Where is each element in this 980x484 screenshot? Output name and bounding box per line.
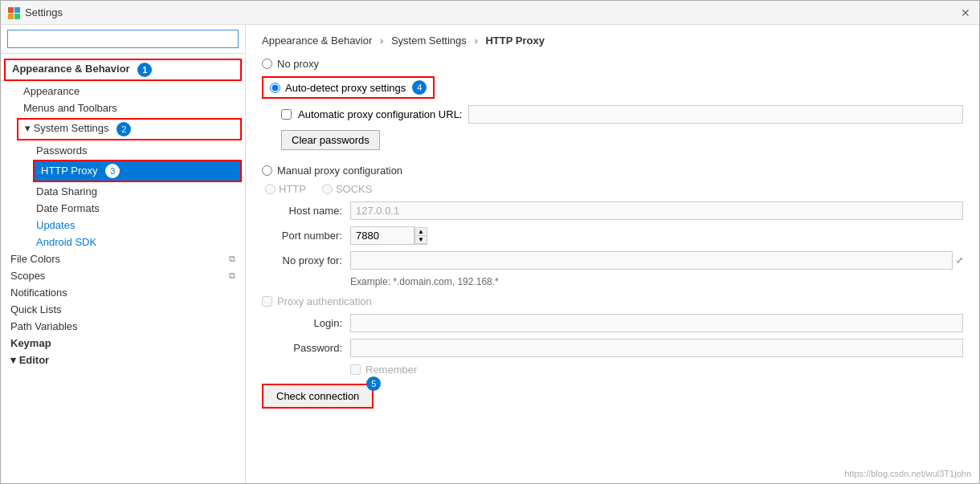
sidebar-item-date-formats[interactable]: Date Formats bbox=[1, 200, 245, 217]
no-proxy-for-input[interactable] bbox=[350, 251, 953, 270]
title-bar: Settings ✕ bbox=[1, 1, 979, 25]
close-button[interactable]: ✕ bbox=[958, 6, 973, 20]
remember-row: Remember bbox=[350, 364, 963, 376]
http-option: HTTP bbox=[265, 183, 306, 195]
sidebar: Appearance & Behavior 1 Appearance Menus… bbox=[1, 25, 246, 483]
sidebar-item-notifications[interactable]: Notifications bbox=[1, 284, 245, 301]
badge-2: 2 bbox=[116, 122, 131, 136]
main-content: Appearance & Behavior › System Settings … bbox=[246, 25, 979, 483]
socks-label: SOCKS bbox=[336, 183, 373, 195]
manual-proxy-label[interactable]: Manual proxy configuration bbox=[277, 165, 402, 177]
sidebar-item-passwords[interactable]: Passwords bbox=[1, 142, 245, 159]
badge-4: 4 bbox=[412, 80, 427, 95]
auto-config-url-input[interactable] bbox=[468, 105, 963, 124]
manual-proxy-radio[interactable] bbox=[262, 165, 272, 176]
search-bar bbox=[1, 25, 245, 54]
no-proxy-for-row: No proxy for: ⤢ bbox=[262, 251, 963, 270]
no-proxy-label[interactable]: No proxy bbox=[277, 58, 319, 70]
check-connection-wrapper: Check connection 5 bbox=[262, 384, 374, 409]
title-bar-left: Settings bbox=[7, 6, 63, 19]
password-row: Password: bbox=[262, 339, 963, 357]
bottom-url: https://blog.csdn.net/wul3T1john bbox=[844, 469, 971, 478]
login-row: Login: bbox=[262, 314, 963, 332]
socks-option: SOCKS bbox=[322, 183, 373, 195]
svg-rect-0 bbox=[8, 7, 14, 13]
socks-radio[interactable] bbox=[322, 184, 333, 194]
port-number-input[interactable] bbox=[350, 226, 414, 245]
password-label: Password: bbox=[262, 342, 350, 354]
port-wrapper: ▲ ▼ bbox=[350, 226, 427, 245]
http-label: HTTP bbox=[279, 183, 306, 195]
sidebar-item-http-proxy[interactable]: HTTP Proxy 3 bbox=[33, 160, 242, 182]
proxy-auth-row: Proxy authentication bbox=[262, 295, 963, 307]
badge-5: 5 bbox=[366, 376, 381, 391]
check-connection-button[interactable]: Check connection bbox=[262, 384, 374, 409]
port-number-label: Port number: bbox=[262, 230, 350, 242]
http-socks-row: HTTP SOCKS bbox=[262, 183, 963, 195]
svg-rect-1 bbox=[14, 7, 20, 13]
sidebar-item-scopes[interactable]: Scopes ⧉ bbox=[1, 267, 245, 284]
sidebar-item-editor[interactable]: ▾ Editor bbox=[1, 352, 245, 368]
settings-window: Settings ✕ Appearance & Behavior 1 Appea… bbox=[0, 0, 980, 484]
auto-detect-radio[interactable] bbox=[270, 83, 280, 93]
badge-1: 1 bbox=[137, 63, 152, 77]
breadcrumb: Appearance & Behavior › System Settings … bbox=[262, 35, 963, 47]
clear-passwords-button[interactable]: Clear passwords bbox=[281, 130, 380, 150]
auto-config-checkbox[interactable] bbox=[281, 109, 292, 120]
window-title: Settings bbox=[25, 6, 63, 18]
sidebar-item-android-sdk[interactable]: Android SDK bbox=[1, 234, 245, 250]
copy-icon-file-colors: ⧉ bbox=[229, 254, 235, 264]
login-label: Login: bbox=[262, 317, 350, 329]
sidebar-tree: Appearance & Behavior 1 Appearance Menus… bbox=[1, 54, 245, 483]
sidebar-item-appearance-behavior[interactable]: Appearance & Behavior 1 bbox=[4, 59, 242, 81]
password-input[interactable] bbox=[350, 339, 963, 357]
sidebar-item-file-colors[interactable]: File Colors ⧉ bbox=[1, 250, 245, 267]
sidebar-item-menus-toolbars[interactable]: Menus and Toolbars bbox=[1, 100, 245, 116]
host-name-row: Host name: bbox=[262, 201, 963, 220]
sidebar-item-data-sharing[interactable]: Data Sharing bbox=[1, 183, 245, 200]
expand-icon[interactable]: ⤢ bbox=[956, 255, 963, 266]
sidebar-item-quick-lists[interactable]: Quick Lists bbox=[1, 301, 245, 318]
sidebar-item-system-settings[interactable]: ▾ System Settings 2 bbox=[17, 118, 242, 140]
example-text: Example: *.domain.com, 192.168.* bbox=[350, 276, 963, 287]
sidebar-item-path-variables[interactable]: Path Variables bbox=[1, 318, 245, 335]
port-down-button[interactable]: ▼ bbox=[415, 236, 427, 244]
port-number-row: Port number: ▲ ▼ bbox=[262, 226, 963, 245]
badge-3: 3 bbox=[105, 164, 120, 178]
remember-label: Remember bbox=[365, 364, 417, 376]
auto-detect-row: Auto-detect proxy settings 4 bbox=[262, 76, 435, 99]
sidebar-item-keymap[interactable]: Keymap bbox=[1, 335, 245, 352]
remember-checkbox[interactable] bbox=[350, 364, 361, 375]
host-name-input[interactable] bbox=[350, 201, 963, 220]
app-icon bbox=[7, 6, 20, 19]
proxy-auth-label: Proxy authentication bbox=[277, 295, 372, 307]
proxy-auth-checkbox[interactable] bbox=[262, 296, 272, 307]
no-proxy-for-label: No proxy for: bbox=[262, 254, 350, 266]
auto-config-label[interactable]: Automatic proxy configuration URL: bbox=[298, 108, 462, 120]
svg-rect-3 bbox=[14, 14, 20, 19]
copy-icon-scopes: ⧉ bbox=[229, 270, 235, 281]
auto-detect-label[interactable]: Auto-detect proxy settings bbox=[285, 82, 406, 94]
sidebar-item-appearance[interactable]: Appearance bbox=[1, 83, 245, 100]
login-input[interactable] bbox=[350, 314, 963, 332]
http-radio[interactable] bbox=[265, 184, 276, 194]
no-proxy-radio[interactable] bbox=[262, 59, 272, 69]
host-name-label: Host name: bbox=[262, 205, 350, 217]
port-up-button[interactable]: ▲ bbox=[415, 228, 427, 236]
auto-config-url-row: Automatic proxy configuration URL: bbox=[281, 105, 963, 124]
content-area: Appearance & Behavior 1 Appearance Menus… bbox=[1, 25, 979, 483]
no-proxy-row: No proxy bbox=[262, 58, 963, 70]
auto-detect-indent: Automatic proxy configuration URL: Clear… bbox=[281, 105, 963, 158]
manual-proxy-row: Manual proxy configuration bbox=[262, 165, 963, 177]
port-spinner: ▲ ▼ bbox=[414, 227, 427, 245]
svg-rect-2 bbox=[8, 14, 14, 19]
search-input[interactable] bbox=[7, 30, 239, 48]
sidebar-item-updates[interactable]: Updates bbox=[1, 217, 245, 234]
